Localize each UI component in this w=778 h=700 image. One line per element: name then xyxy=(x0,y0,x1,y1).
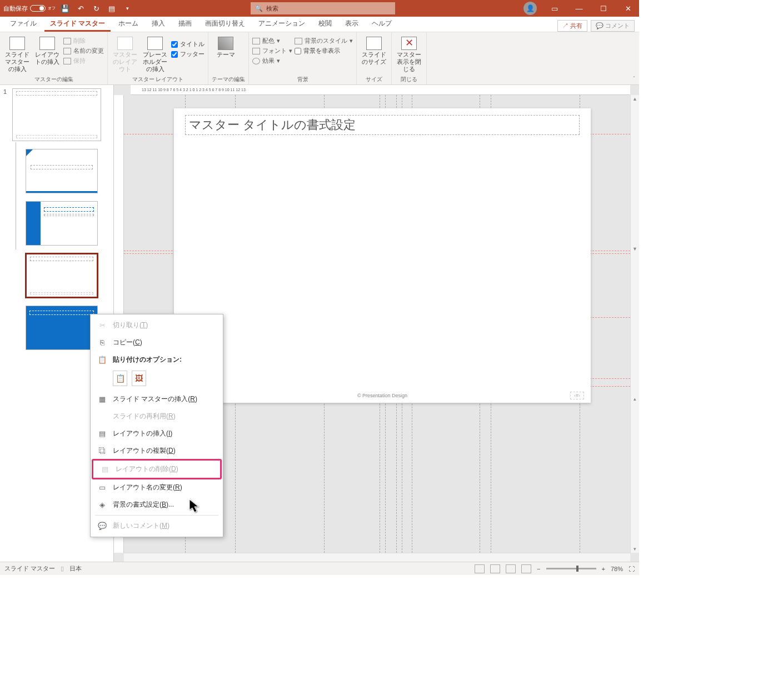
rename-button[interactable]: 名前の変更 xyxy=(63,47,104,55)
title-bar: 自動保存 オフ 💾 ↶ ↻ ▤ ▾ 🔍 検索 👤 ▭ — ☐ ✕ xyxy=(0,0,639,17)
close-master-view-button[interactable]: ✕マスター表示を閉じる xyxy=(395,34,423,73)
background-styles-button[interactable]: 背景のスタイル ▾ xyxy=(295,37,353,45)
redo-icon[interactable]: ↻ xyxy=(90,2,102,14)
horizontal-scrollbar[interactable] xyxy=(124,553,630,562)
layout-thumbnail-4[interactable] xyxy=(26,306,98,350)
group-label-edit-master: マスターの編集 xyxy=(3,74,104,83)
ribbon: スライド マスターの挿入 レイアウトの挿入 削除 名前の変更 保持 マスターの編… xyxy=(0,32,639,85)
user-avatar[interactable]: 👤 xyxy=(523,2,537,15)
status-language[interactable]: 日本 xyxy=(69,564,82,573)
master-thumbnail[interactable] xyxy=(12,88,101,141)
master-layout-button: マスターのレイアウト xyxy=(111,34,139,73)
layout-thumbnail-3-selected[interactable] xyxy=(26,253,98,298)
vertical-scrollbar[interactable]: ▲▼▴▾ xyxy=(630,95,639,553)
tab-help[interactable]: ヘルプ xyxy=(366,16,397,32)
rename-icon: ▭ xyxy=(97,483,107,492)
status-bar: スライド マスター ▯ 日本 − + 78% ⛶ xyxy=(0,562,639,575)
group-label-edit-theme: テーマの編集 xyxy=(212,74,245,83)
fit-to-window-icon[interactable]: ⛶ xyxy=(629,566,635,572)
fonts-button[interactable]: フォント ▾ xyxy=(252,47,292,55)
menu-new-comment: 💬新しいコメント(M) xyxy=(91,517,223,534)
autosave-toggle[interactable]: 自動保存 オフ xyxy=(3,4,56,13)
paste-icon: 📋 xyxy=(97,356,107,364)
zoom-slider[interactable] xyxy=(546,568,596,569)
tab-view[interactable]: 表示 xyxy=(340,16,364,32)
menu-reuse-slides: スライドの再利用(R) xyxy=(91,408,223,425)
tab-animations[interactable]: アニメーション xyxy=(253,16,311,32)
minimize-icon[interactable]: — xyxy=(568,0,590,17)
duplicate-icon: ⿻ xyxy=(97,447,107,456)
tab-review[interactable]: 校閲 xyxy=(313,16,337,32)
menu-delete-layout: ▤レイアウトの削除(D) xyxy=(93,461,220,478)
menu-insert-layout[interactable]: ▤レイアウトの挿入(I) xyxy=(91,425,223,442)
paste-option-picture[interactable]: 🖼 xyxy=(132,371,146,386)
copy-icon: ⎘ xyxy=(97,338,107,347)
zoom-level[interactable]: 78% xyxy=(611,566,623,572)
master-number: 1 xyxy=(3,88,10,149)
tab-file[interactable]: ファイル xyxy=(4,16,42,32)
group-label-background: 背景 xyxy=(252,74,353,83)
delete-icon: ▤ xyxy=(100,465,110,474)
menu-duplicate-layout[interactable]: ⿻レイアウトの複製(D) xyxy=(91,442,223,459)
normal-view-icon[interactable] xyxy=(475,564,485,573)
title-checkbox[interactable]: タイトル xyxy=(171,40,205,48)
menu-insert-slide-master[interactable]: ▦スライド マスターの挿入(R) xyxy=(91,391,223,408)
sorter-view-icon[interactable] xyxy=(490,564,500,573)
zoom-out-icon[interactable]: − xyxy=(537,566,540,572)
slide-master-icon: ▦ xyxy=(97,395,107,404)
reading-view-icon[interactable] xyxy=(506,564,516,573)
mouse-cursor xyxy=(189,499,201,513)
slide-size-button[interactable]: スライドのサイズ xyxy=(360,34,388,66)
search-box[interactable]: 🔍 検索 xyxy=(251,2,395,14)
maximize-icon[interactable]: ☐ xyxy=(592,0,615,17)
comments-button[interactable]: 💬 コメント xyxy=(591,20,635,32)
tab-slide-master[interactable]: スライド マスター xyxy=(44,16,111,32)
layout-thumbnail-1[interactable] xyxy=(26,149,98,193)
tab-insert[interactable]: 挿入 xyxy=(146,16,171,32)
hide-background-checkbox[interactable]: 背景を非表示 xyxy=(295,47,353,55)
comment-icon: 💬 xyxy=(97,522,107,531)
close-icon[interactable]: ✕ xyxy=(617,0,639,17)
search-icon: 🔍 xyxy=(255,5,263,12)
colors-button[interactable]: 配色 ▾ xyxy=(252,37,292,45)
zoom-in-icon[interactable]: + xyxy=(602,566,605,572)
layout-thumbnail-2[interactable] xyxy=(26,201,98,246)
menu-copy[interactable]: ⎘コピー(C) xyxy=(91,334,223,351)
scissors-icon: ✂ xyxy=(97,321,107,330)
ruler-horizontal: 13 12 11 10 9 8 7 6 5 4 3 2 1 0 1 2 3 4 … xyxy=(131,85,630,95)
group-label-master-layout: マスター レイアウト xyxy=(111,74,205,83)
ribbon-tabs: ファイル スライド マスター ホーム 挿入 描画 画面切り替え アニメーション … xyxy=(0,17,639,32)
footer-placeholder[interactable]: © Presentation Design xyxy=(174,393,591,398)
collapse-ribbon-icon[interactable]: ˆ xyxy=(629,32,639,84)
tab-home[interactable]: ホーム xyxy=(113,16,144,32)
preserve-button: 保持 xyxy=(63,57,104,65)
delete-button: 削除 xyxy=(63,37,104,45)
tab-draw[interactable]: 描画 xyxy=(173,16,197,32)
insert-slide-master-button[interactable]: スライド マスターの挿入 xyxy=(3,34,31,73)
background-icon: ◈ xyxy=(97,501,107,509)
effects-button[interactable]: 効果 ▾ xyxy=(252,57,292,65)
menu-cut: ✂切り取り(T) xyxy=(91,317,223,334)
menu-background-format[interactable]: ◈背景の書式設定(B)... xyxy=(91,496,223,513)
ribbon-display-icon[interactable]: ▭ xyxy=(543,0,566,17)
menu-rename-layout[interactable]: ▭レイアウト名の変更(R) xyxy=(91,479,223,496)
from-beginning-icon[interactable]: ▤ xyxy=(106,2,118,14)
themes-button[interactable]: テーマ xyxy=(212,34,240,58)
slide-editor[interactable]: マスター タイトルの書式設定 © Presentation Design ‹#› xyxy=(174,108,591,403)
layout-icon: ▤ xyxy=(97,429,107,438)
customize-qat-icon[interactable]: ▾ xyxy=(121,2,133,14)
tab-transitions[interactable]: 画面切り替え xyxy=(200,16,251,32)
title-placeholder[interactable]: マスター タイトルの書式設定 xyxy=(185,115,580,135)
save-icon[interactable]: 💾 xyxy=(59,2,71,14)
footer-checkbox[interactable]: フッター xyxy=(171,50,205,58)
status-mode: スライド マスター xyxy=(4,564,55,573)
context-menu: ✂切り取り(T) ⎘コピー(C) 📋貼り付けのオプション: 📋 🖼 ▦スライド … xyxy=(90,314,223,537)
share-button[interactable]: ↗ 共有 xyxy=(557,20,587,32)
slideshow-view-icon[interactable] xyxy=(521,564,531,573)
undo-icon[interactable]: ↶ xyxy=(74,2,87,14)
paste-option-destination-theme[interactable]: 📋 xyxy=(113,371,127,386)
slide-number-placeholder[interactable]: ‹#› xyxy=(570,392,584,399)
insert-layout-button[interactable]: レイアウトの挿入 xyxy=(33,34,61,66)
insert-placeholder-button[interactable]: プレースホルダーの挿入 xyxy=(141,34,169,73)
group-label-size: サイズ xyxy=(360,74,388,83)
